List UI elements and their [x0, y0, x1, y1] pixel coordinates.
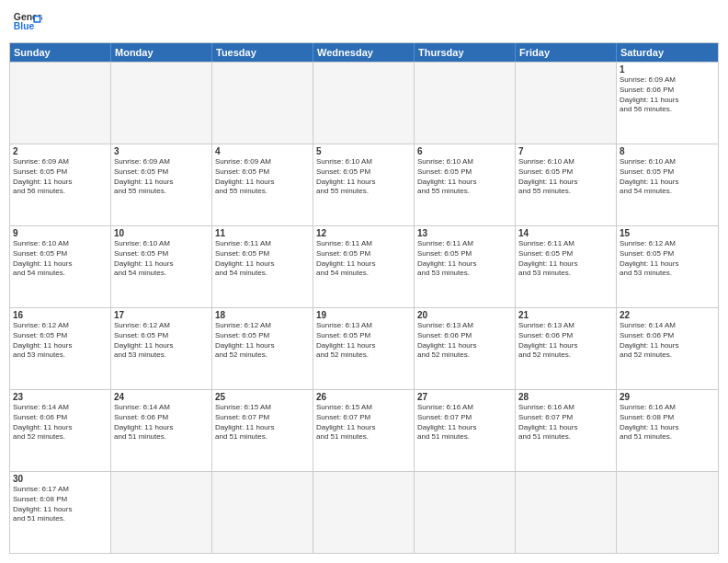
- calendar-cell: 23Sunrise: 6:14 AMSunset: 6:06 PMDayligh…: [10, 390, 111, 471]
- cell-info: Sunrise: 6:12 AMSunset: 6:05 PMDaylight:…: [13, 321, 108, 361]
- calendar-cell: 28Sunrise: 6:16 AMSunset: 6:07 PMDayligh…: [516, 390, 617, 471]
- cell-info: Sunrise: 6:09 AMSunset: 6:05 PMDaylight:…: [215, 157, 310, 197]
- svg-text:Blue: Blue: [14, 21, 35, 31]
- cell-info: Sunrise: 6:15 AMSunset: 6:07 PMDaylight:…: [316, 403, 411, 442]
- cell-info: Sunrise: 6:09 AMSunset: 6:06 PMDaylight:…: [620, 75, 715, 115]
- cell-info: Sunrise: 6:10 AMSunset: 6:05 PMDaylight:…: [13, 239, 108, 279]
- calendar-cell: 21Sunrise: 6:13 AMSunset: 6:06 PMDayligh…: [516, 308, 617, 389]
- calendar-cell: [516, 472, 617, 553]
- cell-info: Sunrise: 6:12 AMSunset: 6:05 PMDaylight:…: [620, 239, 715, 279]
- calendar-cell: [313, 472, 415, 553]
- calendar-row: 2Sunrise: 6:09 AMSunset: 6:05 PMDaylight…: [10, 144, 718, 225]
- cell-info: Sunrise: 6:12 AMSunset: 6:05 PMDaylight:…: [215, 321, 310, 361]
- calendar-cell: [313, 63, 415, 144]
- calendar-cell: 15Sunrise: 6:12 AMSunset: 6:05 PMDayligh…: [617, 226, 718, 307]
- day-number: 12: [316, 228, 411, 238]
- calendar-cell: 14Sunrise: 6:11 AMSunset: 6:05 PMDayligh…: [516, 226, 617, 307]
- calendar-cell: 5Sunrise: 6:10 AMSunset: 6:05 PMDaylight…: [313, 144, 415, 225]
- cell-info: Sunrise: 6:11 AMSunset: 6:05 PMDaylight:…: [215, 239, 310, 279]
- calendar-cell: [516, 63, 617, 144]
- day-number: 4: [215, 146, 310, 156]
- calendar-cell: 18Sunrise: 6:12 AMSunset: 6:05 PMDayligh…: [212, 308, 313, 389]
- calendar-cell: 11Sunrise: 6:11 AMSunset: 6:05 PMDayligh…: [212, 226, 313, 307]
- calendar-cell: 17Sunrise: 6:12 AMSunset: 6:05 PMDayligh…: [111, 308, 212, 389]
- calendar-cell: [10, 63, 111, 144]
- day-number: 28: [518, 392, 613, 402]
- calendar-cell: 2Sunrise: 6:09 AMSunset: 6:05 PMDaylight…: [10, 144, 111, 225]
- calendar-cell: [415, 472, 516, 553]
- calendar-cell: 6Sunrise: 6:10 AMSunset: 6:05 PMDaylight…: [415, 144, 516, 225]
- day-number: 9: [13, 228, 108, 238]
- cell-info: Sunrise: 6:09 AMSunset: 6:05 PMDaylight:…: [114, 157, 209, 197]
- calendar-cell: [415, 63, 516, 144]
- page: General Blue SundayMondayTuesdayWednesda…: [0, 0, 728, 563]
- cell-info: Sunrise: 6:13 AMSunset: 6:06 PMDaylight:…: [518, 321, 613, 361]
- day-number: 14: [518, 228, 613, 238]
- calendar-cell: 16Sunrise: 6:12 AMSunset: 6:05 PMDayligh…: [10, 308, 111, 389]
- day-number: 3: [114, 146, 209, 156]
- cell-info: Sunrise: 6:11 AMSunset: 6:05 PMDaylight:…: [417, 239, 512, 279]
- day-number: 16: [13, 310, 108, 320]
- cell-info: Sunrise: 6:10 AMSunset: 6:05 PMDaylight:…: [316, 157, 411, 197]
- calendar-cell: [111, 63, 212, 144]
- cell-info: Sunrise: 6:11 AMSunset: 6:05 PMDaylight:…: [316, 239, 411, 279]
- calendar-cell: [212, 472, 313, 553]
- cell-info: Sunrise: 6:11 AMSunset: 6:05 PMDaylight:…: [518, 239, 613, 279]
- calendar-cell: 1Sunrise: 6:09 AMSunset: 6:06 PMDaylight…: [617, 63, 718, 144]
- weekday-header: Wednesday: [313, 43, 415, 62]
- cell-info: Sunrise: 6:10 AMSunset: 6:05 PMDaylight:…: [114, 239, 209, 279]
- calendar-body: 1Sunrise: 6:09 AMSunset: 6:06 PMDaylight…: [10, 62, 718, 553]
- day-number: 26: [316, 392, 411, 402]
- calendar-cell: 3Sunrise: 6:09 AMSunset: 6:05 PMDaylight…: [111, 144, 212, 225]
- cell-info: Sunrise: 6:17 AMSunset: 6:08 PMDaylight:…: [13, 485, 108, 524]
- day-number: 21: [518, 310, 613, 320]
- cell-info: Sunrise: 6:10 AMSunset: 6:05 PMDaylight:…: [620, 157, 715, 197]
- calendar-cell: 8Sunrise: 6:10 AMSunset: 6:05 PMDaylight…: [617, 144, 718, 225]
- cell-info: Sunrise: 6:16 AMSunset: 6:07 PMDaylight:…: [518, 403, 613, 442]
- header: General Blue: [9, 9, 719, 35]
- calendar-cell: 26Sunrise: 6:15 AMSunset: 6:07 PMDayligh…: [313, 390, 415, 471]
- cell-info: Sunrise: 6:15 AMSunset: 6:07 PMDaylight:…: [215, 403, 310, 442]
- calendar-cell: 13Sunrise: 6:11 AMSunset: 6:05 PMDayligh…: [415, 226, 516, 307]
- day-number: 7: [518, 146, 613, 156]
- weekday-header: Sunday: [10, 43, 111, 62]
- day-number: 5: [316, 146, 411, 156]
- day-number: 22: [620, 310, 715, 320]
- day-number: 20: [417, 310, 512, 320]
- calendar-cell: 20Sunrise: 6:13 AMSunset: 6:06 PMDayligh…: [415, 308, 516, 389]
- calendar-cell: 19Sunrise: 6:13 AMSunset: 6:05 PMDayligh…: [313, 308, 415, 389]
- calendar-row: 16Sunrise: 6:12 AMSunset: 6:05 PMDayligh…: [10, 307, 718, 389]
- calendar-cell: 24Sunrise: 6:14 AMSunset: 6:06 PMDayligh…: [111, 390, 212, 471]
- weekday-header: Thursday: [415, 43, 516, 62]
- calendar-cell: 29Sunrise: 6:16 AMSunset: 6:08 PMDayligh…: [617, 390, 718, 471]
- day-number: 17: [114, 310, 209, 320]
- logo: General Blue: [13, 9, 42, 35]
- cell-info: Sunrise: 6:10 AMSunset: 6:05 PMDaylight:…: [518, 157, 613, 197]
- day-number: 13: [417, 228, 512, 238]
- calendar-cell: 27Sunrise: 6:16 AMSunset: 6:07 PMDayligh…: [415, 390, 516, 471]
- day-number: 23: [13, 392, 108, 402]
- day-number: 29: [620, 392, 715, 402]
- calendar-cell: [212, 63, 313, 144]
- day-number: 10: [114, 228, 209, 238]
- cell-info: Sunrise: 6:12 AMSunset: 6:05 PMDaylight:…: [114, 321, 209, 361]
- calendar-row: 1Sunrise: 6:09 AMSunset: 6:06 PMDaylight…: [10, 62, 718, 144]
- calendar: SundayMondayTuesdayWednesdayThursdayFrid…: [9, 42, 719, 554]
- weekday-header: Tuesday: [212, 43, 313, 62]
- calendar-cell: 12Sunrise: 6:11 AMSunset: 6:05 PMDayligh…: [313, 226, 415, 307]
- day-number: 25: [215, 392, 310, 402]
- cell-info: Sunrise: 6:14 AMSunset: 6:06 PMDaylight:…: [13, 403, 108, 442]
- day-number: 19: [316, 310, 411, 320]
- calendar-cell: 10Sunrise: 6:10 AMSunset: 6:05 PMDayligh…: [111, 226, 212, 307]
- calendar-cell: 22Sunrise: 6:14 AMSunset: 6:06 PMDayligh…: [617, 308, 718, 389]
- weekday-header: Friday: [516, 43, 617, 62]
- calendar-row: 9Sunrise: 6:10 AMSunset: 6:05 PMDaylight…: [10, 225, 718, 307]
- weekday-header: Monday: [111, 43, 212, 62]
- calendar-cell: 7Sunrise: 6:10 AMSunset: 6:05 PMDaylight…: [516, 144, 617, 225]
- cell-info: Sunrise: 6:14 AMSunset: 6:06 PMDaylight:…: [620, 321, 715, 361]
- day-number: 2: [13, 146, 108, 156]
- day-number: 8: [620, 146, 715, 156]
- day-number: 15: [620, 228, 715, 238]
- calendar-cell: [111, 472, 212, 553]
- calendar-cell: 30Sunrise: 6:17 AMSunset: 6:08 PMDayligh…: [10, 472, 111, 553]
